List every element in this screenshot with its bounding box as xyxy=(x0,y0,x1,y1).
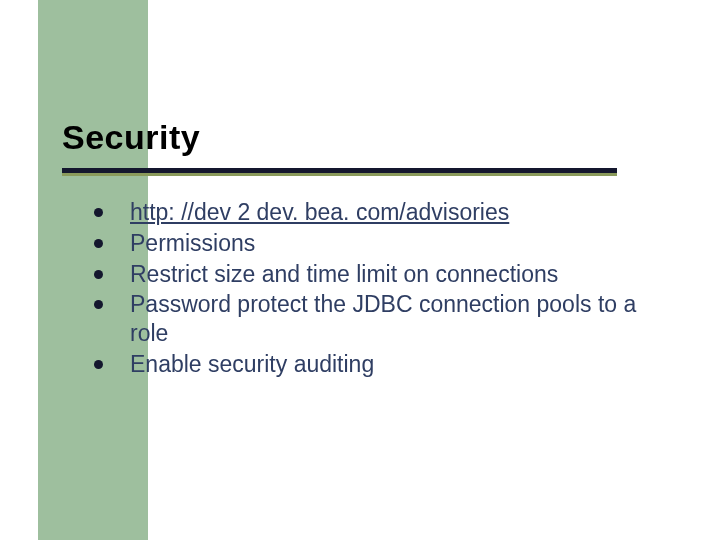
bullet-text: Enable security auditing xyxy=(130,351,374,377)
bullet-link[interactable]: http: //dev 2 dev. bea. com/advisories xyxy=(130,199,509,225)
list-item: http: //dev 2 dev. bea. com/advisories xyxy=(84,198,660,227)
list-item: Restrict size and time limit on connecti… xyxy=(84,260,660,289)
bullet-list: http: //dev 2 dev. bea. com/advisories P… xyxy=(84,198,660,381)
bullet-text: Permissions xyxy=(130,230,255,256)
slide-title: Security xyxy=(62,118,200,157)
bullet-text: Restrict size and time limit on connecti… xyxy=(130,261,558,287)
bullet-text: Password protect the JDBC connection poo… xyxy=(130,291,636,346)
list-item: Permissions xyxy=(84,229,660,258)
list-item: Enable security auditing xyxy=(84,350,660,379)
slide: Security http: //dev 2 dev. bea. com/adv… xyxy=(0,0,720,540)
title-underline-olive xyxy=(62,173,617,176)
list-item: Password protect the JDBC connection poo… xyxy=(84,290,660,348)
